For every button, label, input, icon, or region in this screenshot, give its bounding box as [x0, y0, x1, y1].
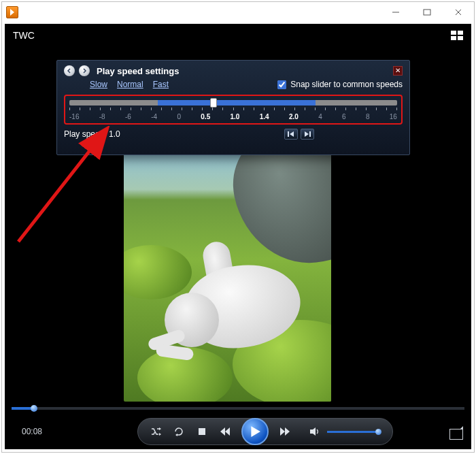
snap-checkbox[interactable] [277, 80, 286, 89]
snap-label-text: Snap slider to common speeds [290, 80, 403, 89]
play-button[interactable] [241, 418, 269, 445]
panel-back-button[interactable] [64, 65, 75, 76]
svg-rect-1 [288, 131, 289, 137]
frame-step-forward-button[interactable] [301, 129, 314, 140]
window-maximize-button[interactable] [411, 3, 443, 22]
seek-bar[interactable] [12, 407, 464, 410]
svg-marker-16 [310, 427, 316, 436]
repeat-button[interactable] [172, 425, 186, 438]
play-speed-value: Play speed: 1.0 [64, 129, 120, 139]
window-close-button[interactable] [443, 3, 474, 22]
volume-slider[interactable] [327, 431, 381, 433]
fast-forward-button[interactable] [278, 425, 292, 438]
svg-marker-7 [159, 427, 161, 430]
svg-marker-12 [225, 427, 230, 436]
window-titlebar [2, 2, 474, 22]
app-icon [6, 6, 18, 18]
svg-marker-15 [285, 427, 290, 436]
rewind-button[interactable] [218, 425, 232, 438]
play-speed-settings-panel: Play speed settings ✕ Slow Normal Fast S… [56, 60, 410, 155]
fullscreen-button[interactable] [449, 429, 463, 440]
speed-slider[interactable] [69, 100, 397, 106]
seek-thumb[interactable] [31, 405, 37, 412]
speed-slider-highlight: -16-8-6-400.51.01.42.046816 [64, 95, 403, 125]
panel-forward-button[interactable] [79, 65, 90, 76]
stop-button[interactable] [195, 425, 209, 438]
frame-step-back-button[interactable] [284, 129, 298, 140]
svg-marker-3 [305, 131, 309, 137]
svg-marker-14 [280, 427, 285, 436]
speed-normal-link[interactable]: Normal [117, 80, 143, 89]
panel-close-button[interactable]: ✕ [393, 66, 403, 76]
shuffle-button[interactable] [149, 425, 163, 438]
speed-slider-thumb[interactable] [210, 98, 217, 108]
video-area[interactable] [124, 143, 331, 402]
transport-controls: 00:08 [5, 414, 471, 449]
speed-slow-link[interactable]: Slow [90, 80, 107, 89]
svg-line-6 [18, 146, 93, 242]
svg-marker-8 [159, 433, 161, 436]
volume-thumb[interactable] [375, 429, 381, 435]
window-minimize-button[interactable] [380, 3, 411, 22]
mute-button[interactable] [308, 425, 322, 438]
svg-rect-0 [424, 10, 430, 15]
svg-marker-11 [220, 427, 225, 436]
speed-fast-link[interactable]: Fast [153, 80, 169, 89]
svg-rect-4 [309, 131, 311, 137]
svg-marker-9 [175, 434, 177, 436]
svg-marker-2 [290, 131, 294, 137]
player-surface: TWC Play speed settings ✕ [5, 24, 471, 449]
snap-checkbox-label[interactable]: Snap slider to common speeds [277, 80, 403, 89]
watermark-label: TWC [13, 30, 35, 41]
elapsed-time: 00:08 [5, 427, 59, 436]
speed-slider-ticks: -16-8-6-400.51.01.42.046816 [69, 113, 397, 120]
switch-to-library-button[interactable] [451, 31, 463, 40]
svg-rect-10 [199, 428, 205, 435]
svg-marker-13 [251, 426, 260, 437]
panel-title: Play speed settings [97, 66, 179, 76]
